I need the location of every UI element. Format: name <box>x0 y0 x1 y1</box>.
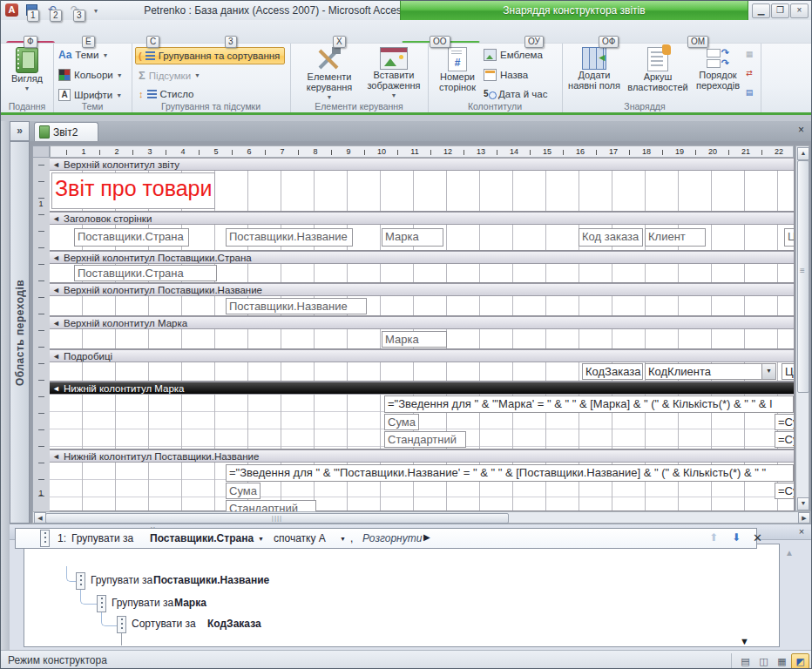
column-label[interactable]: Ц <box>784 228 795 247</box>
restore-button[interactable]: ❐ <box>771 3 789 18</box>
expand-more-options[interactable]: Розгорнути <box>362 532 422 544</box>
view-button[interactable]: Вигляд ▼ <box>8 47 46 94</box>
sum-label[interactable]: Сума <box>384 414 419 430</box>
column-label[interactable]: Код заказа <box>579 228 643 247</box>
insert-image-button[interactable]: Вставити зображення ▼ <box>365 47 423 101</box>
keytip-database-tools: X <box>333 36 346 48</box>
section-bar-detail[interactable]: ◄ Подробиці <box>50 349 794 362</box>
controls-button[interactable]: Елементи керування ▼ <box>299 47 360 103</box>
section-body-group-header-supplier[interactable]: Поставщики.Название <box>50 296 794 316</box>
column-label[interactable]: Поставщики.Название <box>226 228 353 247</box>
scroll-left-icon[interactable]: ◀ <box>34 512 46 524</box>
sum-expression-textbox[interactable]: =Су <box>775 414 795 430</box>
combo-box[interactable]: КодКлиента ▼ <box>645 363 776 380</box>
section-body-page-header[interactable]: Поставщики.Страна Поставщики.Название Ма… <box>50 225 794 251</box>
insert-image-icon <box>380 47 408 70</box>
sum-label[interactable]: Сума <box>226 483 261 499</box>
close-button[interactable]: × <box>790 3 809 18</box>
scroll-down-icon[interactable]: ▼ <box>797 497 809 510</box>
section-bar-group-header-supplier[interactable]: ◄ Верхній колонтитул Поставщики.Название <box>50 283 794 296</box>
print-preview-button[interactable]: ◫ <box>754 653 773 669</box>
field-textbox[interactable]: Марка <box>382 331 447 348</box>
report-title-label[interactable]: Звіт про товари <box>51 172 215 209</box>
pane-scroll-down-icon[interactable]: ▼ <box>740 636 749 646</box>
group-row-country[interactable]: 1: Групувати за Поставщики.Страна ▼ споч… <box>15 528 757 549</box>
field-dropdown-icon[interactable]: ▼ <box>258 536 264 542</box>
scroll-right-icon[interactable]: ▶ <box>798 512 810 524</box>
pane-scroll-up-icon[interactable]: ▲ <box>785 548 794 558</box>
combo-dropdown-icon[interactable]: ▼ <box>761 364 775 379</box>
colors-button[interactable]: Кольори▼ <box>58 69 123 81</box>
section-body-group-header-country[interactable]: Поставщики.Страна <box>50 264 794 283</box>
row-field[interactable]: Поставщики.Страна <box>150 532 254 544</box>
field-textbox[interactable]: Це <box>782 363 795 380</box>
themes-button[interactable]: Aa Теми▼ <box>58 49 108 61</box>
std-label[interactable]: Стандартний <box>384 431 466 448</box>
report-design-canvas[interactable]: ◄ Верхній колонтитул звіту Звіт про това… <box>50 158 795 511</box>
section-bar-group-footer-brand-selected[interactable]: ◄ Нижній колонтитул Марка <box>50 382 794 395</box>
fonts-button[interactable]: A Шрифти▼ <box>58 89 122 101</box>
vertical-scrollbar-thumb[interactable] <box>797 160 809 393</box>
logo-button[interactable]: Емблема <box>484 49 543 61</box>
row-field[interactable]: Поставщики.Название <box>153 574 269 586</box>
move-down-icon[interactable]: ⬇ <box>732 531 741 544</box>
report-view-button[interactable]: ▤ <box>736 653 754 669</box>
section-body-group-footer-supplier[interactable]: ="Зведення для " & "'Поставщики.Название… <box>50 463 794 511</box>
field-textbox[interactable]: КодЗаказа <box>582 363 643 380</box>
sum-expression-textbox[interactable]: =Су <box>775 431 795 448</box>
column-label[interactable]: Поставщики.Страна <box>74 228 189 247</box>
drag-handle[interactable] <box>97 595 106 612</box>
section-body-group-header-brand[interactable]: Марка <box>50 329 794 349</box>
document-close-icon[interactable]: × <box>795 124 808 137</box>
summary-expression-textbox[interactable]: ="Зведення для " & "'Марка' = " & " " & … <box>384 395 794 413</box>
summary-expression-textbox[interactable]: ="Зведення для " & "'Поставщики.Название… <box>226 464 794 482</box>
controls-icon <box>316 47 342 71</box>
layout-view-button[interactable]: ▦ <box>773 653 791 669</box>
ruler-corner[interactable] <box>32 145 50 158</box>
sort-order[interactable]: спочатку А <box>274 532 326 544</box>
property-sheet-button[interactable]: Аркуш властивостей <box>625 47 691 92</box>
add-existing-fields-button[interactable]: Додати наявні поля <box>565 47 623 91</box>
drag-handle[interactable] <box>117 616 126 633</box>
horizontal-scrollbar-thumb[interactable]: |||| <box>45 513 509 524</box>
std-label[interactable]: Стандартний <box>226 500 316 511</box>
section-body-report-header[interactable]: Звіт про товари <box>50 171 794 212</box>
field-textbox[interactable]: Поставщики.Название <box>226 298 367 314</box>
hide-details-button[interactable]: ↕ Стисло <box>139 89 193 99</box>
horizontal-scrollbar[interactable]: ◀ |||| ▶ <box>32 511 811 524</box>
section-body-group-footer-brand[interactable]: ="Зведення для " & "'Марка' = " & " " & … <box>50 395 794 449</box>
order-dropdown-icon[interactable]: ▼ <box>340 536 346 542</box>
drag-handle[interactable] <box>76 572 85 590</box>
scroll-up-icon[interactable]: ▲ <box>797 147 809 160</box>
field-textbox[interactable]: Поставщики.Страна <box>74 265 217 281</box>
drag-handle[interactable] <box>40 530 50 547</box>
column-label[interactable]: Марка <box>382 228 443 247</box>
tab-order-button[interactable]: ↷↷ Порядок переходів <box>693 47 743 91</box>
section-bar-report-header[interactable]: ◄ Верхній колонтитул звіту <box>50 158 794 171</box>
design-view-button[interactable]: ◩ <box>791 653 809 669</box>
vertical-scrollbar[interactable]: ▲ ▼ <box>795 145 809 511</box>
expand-arrow-icon[interactable]: ▶ <box>423 532 430 542</box>
access-app-icon[interactable]: A <box>5 3 18 17</box>
column-label[interactable]: Клиент <box>645 228 706 247</box>
row-field[interactable]: Марка <box>174 597 206 609</box>
section-bar-group-header-brand[interactable]: ◄ Верхній колонтитул Марка <box>50 316 794 329</box>
section-body-detail[interactable]: КодЗаказа КодКлиента ▼ Це <box>50 362 794 382</box>
section-bar-group-footer-supplier[interactable]: ◄ Нижній колонтитул Поставщики.Название <box>50 449 794 463</box>
section-bar-page-header[interactable]: ◄ Заголовок сторінки <box>50 212 794 225</box>
view-code-icon[interactable]: ▤ <box>743 87 755 98</box>
row-field[interactable]: КодЗаказа <box>207 618 261 630</box>
section-bar-group-header-country[interactable]: ◄ Верхній колонтитул Поставщики.Страна <box>50 251 794 264</box>
minimize-button[interactable]: ▁ <box>752 3 770 18</box>
group-sort-button[interactable]: ( Групування та сортування <box>135 47 285 64</box>
convert-macros-icon[interactable]: ⇄ <box>743 68 755 79</box>
sum-expression-textbox[interactable]: =Су <box>775 483 795 499</box>
document-tab[interactable]: Звіт2 <box>34 122 98 141</box>
title-button[interactable]: Назва <box>484 69 528 81</box>
datetime-button[interactable]: 5 Дата й час <box>484 89 547 99</box>
nav-pane-expand-button[interactable]: » <box>10 121 30 141</box>
qat-dropdown-icon[interactable]: ▾ <box>88 4 104 19</box>
delete-group-icon[interactable]: ✕ <box>753 531 762 544</box>
pane-close-icon[interactable]: × <box>795 525 809 538</box>
page-numbers-button[interactable]: # Номери сторінок <box>433 47 482 92</box>
